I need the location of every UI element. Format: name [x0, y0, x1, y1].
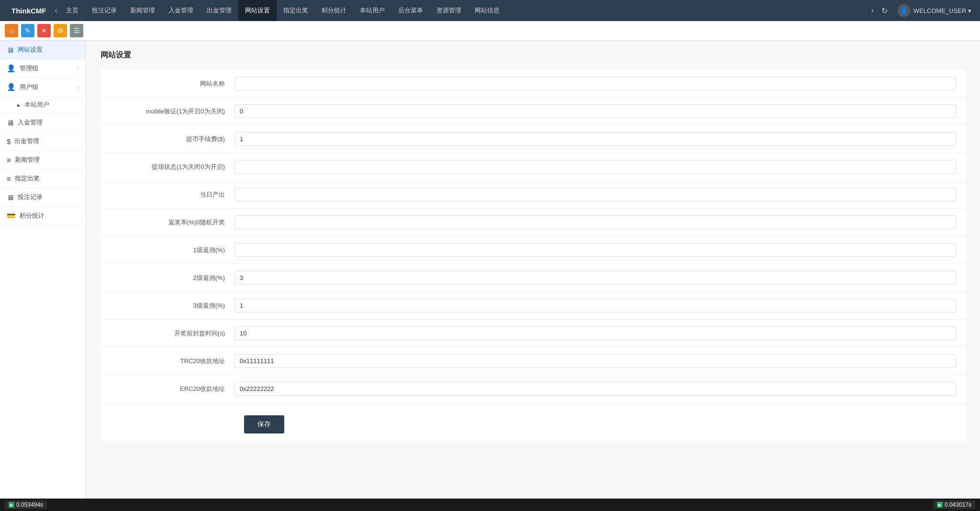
chevron-right-icon: ›: [77, 66, 79, 71]
form-row-erc20: ERC20收款地址: [100, 375, 966, 403]
record-icon: 🖥: [7, 193, 14, 201]
nav-item-backend-menu[interactable]: 后台菜单: [391, 0, 430, 21]
label-withdraw-status: 提现状态(1为关闭0为开启): [110, 163, 234, 171]
sidebar-item-site-users[interactable]: ▸ 本站用户: [0, 97, 86, 113]
toolbar: ⌂ ✎ ✕ ⚙ ☰: [0, 21, 980, 41]
status-bar: ▶ 0.053494s ▶ 0.043017s: [0, 499, 980, 511]
nav-item-resources[interactable]: 资源管理: [430, 0, 468, 21]
save-button[interactable]: 保存: [244, 415, 284, 433]
home-button[interactable]: ⌂: [5, 24, 18, 37]
page-title: 网站设置: [100, 50, 966, 60]
form-row-level1-rebate: 1级返佣(%): [100, 236, 966, 264]
sidebar-label-withdraw-mgmt: 出金管理: [14, 137, 39, 145]
edit-button[interactable]: ✎: [21, 24, 34, 37]
level2-rebate-field[interactable]: [234, 271, 956, 285]
person-icon-user: 👤: [7, 83, 16, 91]
form-row-withdraw-fee: 提币手续费($): [100, 125, 966, 153]
nav-refresh-icon[interactable]: ↻: [880, 5, 890, 16]
main-content: 网站设置 网站名称 mobile验证(1为开启0为关闭) 提币手续费($) 提现…: [86, 41, 980, 511]
label-trc20: TRC20收款地址: [110, 357, 234, 366]
sidebar-label-designated-prize: 指定出奖: [15, 174, 40, 183]
sidebar-label-site-settings: 网站设置: [18, 45, 43, 54]
status-dot-left: ▶: [9, 502, 14, 508]
form-row-level2-rebate: 2级返佣(%): [100, 264, 966, 292]
news-icon: ≡: [7, 156, 11, 164]
level1-rebate-field[interactable]: [234, 243, 956, 257]
form-row-level3-rebate: 3级返佣(%): [100, 292, 966, 320]
brand-logo: ThinkCMF: [5, 7, 53, 15]
nav-more-icon[interactable]: ›: [869, 5, 876, 16]
form-row-mobile-verify: mobile验证(1为开启0为关闭): [100, 98, 966, 125]
sidebar-label-user-group: 用户组: [20, 83, 38, 91]
prize-icon: ≡: [7, 175, 11, 183]
label-level1-rebate: 1级返佣(%): [110, 246, 234, 255]
nav-item-designated-prize[interactable]: 指定出奖: [277, 0, 315, 21]
close-time-field[interactable]: [234, 326, 956, 340]
withdraw-status-field[interactable]: [234, 160, 956, 174]
sidebar-item-bet-records[interactable]: 🖥 投注记录: [0, 188, 86, 207]
user-label: WELCOME_USER ▾: [913, 7, 971, 14]
nav-item-deposit[interactable]: 入金管理: [162, 0, 200, 21]
sidebar-label-news-mgmt: 新闻管理: [15, 156, 40, 164]
level3-rebate-field[interactable]: [234, 299, 956, 312]
nav-prev-arrow[interactable]: ‹: [53, 6, 59, 15]
sidebar-label-bet-records: 投注记录: [18, 193, 43, 201]
label-site-name: 网站名称: [110, 79, 234, 88]
label-close-time: 开奖前封盘时间(s): [110, 329, 234, 338]
settings-button[interactable]: ⚙: [54, 24, 67, 37]
label-level3-rebate: 3级返佣(%): [110, 301, 234, 310]
nav-item-points[interactable]: 积分统计: [315, 0, 353, 21]
withdraw-fee-field[interactable]: [234, 132, 956, 146]
main-layout: 🖥 网站设置 👤 管理组 › 👤 用户组 › ▸ 本站用户 🖥 入金管理 $ 出…: [0, 41, 980, 511]
monitor-icon-deposit: 🖥: [7, 119, 14, 127]
label-daily-output: 当日产出: [110, 190, 234, 199]
sidebar-item-admin-group[interactable]: 👤 管理组 ›: [0, 59, 86, 78]
sidebar: 🖥 网站设置 👤 管理组 › 👤 用户组 › ▸ 本站用户 🖥 入金管理 $ 出…: [0, 41, 86, 511]
visa-icon: 💳: [7, 211, 16, 220]
erc20-address-field[interactable]: [234, 382, 956, 396]
status-time-left: 0.053494s: [16, 501, 43, 508]
nav-item-site-users[interactable]: 本站用户: [353, 0, 391, 21]
form-actions: 保存: [100, 403, 966, 441]
bullet-icon: ▸: [17, 101, 21, 109]
daily-output-field[interactable]: [234, 188, 956, 201]
sidebar-item-withdraw-mgmt[interactable]: $ 出金管理: [0, 132, 86, 151]
settings-form: 网站名称 mobile验证(1为开启0为关闭) 提币手续费($) 提现状态(1为…: [100, 70, 966, 441]
form-row-withdraw-status: 提现状态(1为关闭0为开启): [100, 153, 966, 181]
nav-item-site-info[interactable]: 网站信息: [468, 0, 506, 21]
status-left: ▶ 0.053494s: [5, 500, 47, 509]
sidebar-item-designated-prize[interactable]: ≡ 指定出奖: [0, 169, 86, 188]
form-row-site-name: 网站名称: [100, 70, 966, 98]
status-right: ▶ 0.043017s: [933, 500, 975, 509]
top-navigation: ThinkCMF ‹ 主页 投注记录 新闻管理 入金管理 出金管理 网站设置 指…: [0, 0, 980, 21]
nav-item-home[interactable]: 主页: [59, 0, 85, 21]
status-time-right: 0.043017s: [945, 501, 971, 508]
sidebar-label-points-stats: 积分统计: [20, 211, 45, 220]
site-name-field[interactable]: [234, 77, 956, 90]
mobile-verify-field[interactable]: [234, 104, 956, 118]
menu-button[interactable]: ☰: [70, 24, 83, 37]
trc20-address-field[interactable]: [234, 354, 956, 368]
user-menu[interactable]: 👤 WELCOME_USER ▾: [893, 4, 975, 17]
form-row-daily-output: 当日产出: [100, 181, 966, 209]
nav-item-withdraw[interactable]: 出金管理: [200, 0, 238, 21]
sidebar-item-deposit-mgmt[interactable]: 🖥 入金管理: [0, 113, 86, 132]
nav-item-site-settings[interactable]: 网站设置: [238, 0, 277, 21]
label-mobile-verify: mobile验证(1为开启0为关闭): [110, 107, 234, 116]
label-level2-rebate: 2级返佣(%): [110, 274, 234, 282]
sidebar-item-points-stats[interactable]: 💳 积分统计: [0, 207, 86, 225]
status-dot-right: ▶: [937, 502, 943, 508]
sidebar-item-news-mgmt[interactable]: ≡ 新闻管理: [0, 151, 86, 169]
nav-item-bet-records[interactable]: 投注记录: [85, 0, 123, 21]
sidebar-item-user-group[interactable]: 👤 用户组 ›: [0, 78, 86, 97]
form-row-return-rate: 返奖率(%)0随机开奖: [100, 209, 966, 236]
sidebar-item-site-settings[interactable]: 🖥 网站设置: [0, 41, 86, 59]
form-row-close-time: 开奖前封盘时间(s): [100, 320, 966, 347]
return-rate-field[interactable]: [234, 215, 956, 229]
delete-button[interactable]: ✕: [37, 24, 51, 37]
sidebar-label-admin-group: 管理组: [20, 64, 38, 73]
sidebar-label-deposit-mgmt: 入金管理: [18, 118, 43, 127]
nav-item-news[interactable]: 新闻管理: [123, 0, 162, 21]
person-icon-admin: 👤: [7, 64, 16, 73]
label-return-rate: 返奖率(%)0随机开奖: [110, 218, 234, 227]
